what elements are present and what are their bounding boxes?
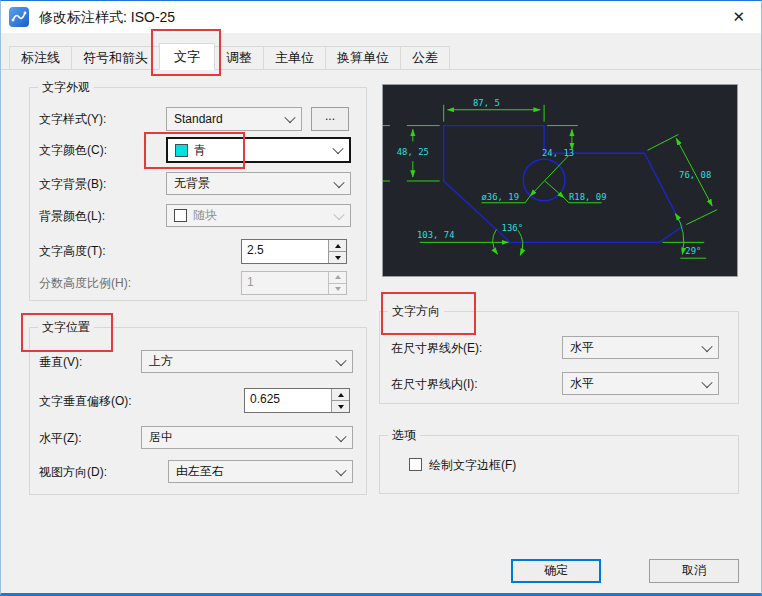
draw-frame-label: 绘制文字边框(F) xyxy=(429,453,516,477)
vertical-label: 垂直(V): xyxy=(39,350,82,374)
titlebar: 修改标注样式: ISO-25 ✕ xyxy=(1,1,761,33)
group-title: 文字位置 xyxy=(38,319,94,336)
chevron-down-icon xyxy=(335,464,346,475)
text-height-label: 文字高度(T): xyxy=(39,239,106,263)
tab-dim-lines[interactable]: 标注线 xyxy=(9,46,72,70)
chevron-down-icon xyxy=(701,340,712,351)
spinner-down-icon xyxy=(329,283,346,295)
fraction-scale-label: 分数高度比例(H): xyxy=(39,271,131,295)
spinner-up-icon[interactable] xyxy=(329,240,346,251)
draw-frame-checkbox[interactable] xyxy=(409,458,422,471)
window-title: 修改标注样式: ISO-25 xyxy=(39,1,175,33)
dim-label-left: 48, 25 xyxy=(397,147,429,157)
offset-input[interactable]: 0.625 xyxy=(244,388,350,413)
cyan-color-swatch xyxy=(175,144,188,157)
tab-fit[interactable]: 调整 xyxy=(214,46,264,70)
view-direction-select[interactable]: 由左至右 xyxy=(168,460,353,483)
text-fill-label: 文字背景(B): xyxy=(39,172,106,196)
vertical-select[interactable]: 上方 xyxy=(141,350,353,373)
tab-alt-units[interactable]: 换算单位 xyxy=(325,46,401,70)
group-title: 文字外观 xyxy=(38,79,94,96)
spinner-down-icon[interactable] xyxy=(332,400,349,412)
offset-label: 文字垂直偏移(O): xyxy=(39,389,132,413)
cad-preview-drawing: 87, 5 48, 25 24, 13 76, 08 ø36, 19 xyxy=(383,85,737,276)
chevron-down-icon xyxy=(701,376,712,387)
more-styles-button[interactable]: ... xyxy=(311,107,349,131)
horizontal-label: 水平(Z): xyxy=(39,426,82,450)
app-icon xyxy=(9,7,29,27)
ok-button[interactable]: 确定 xyxy=(511,559,601,583)
chevron-down-icon xyxy=(333,208,344,219)
text-fill-select[interactable]: 无背景 xyxy=(166,172,351,195)
outside-ext-select[interactable]: 水平 xyxy=(562,336,719,359)
tab-primary-units[interactable]: 主单位 xyxy=(263,46,326,70)
group-title: 选项 xyxy=(388,427,420,444)
close-icon[interactable]: ✕ xyxy=(732,1,745,33)
spinner-down-icon[interactable] xyxy=(329,251,346,263)
spinner-up-icon[interactable] xyxy=(332,389,349,400)
tab-tolerances[interactable]: 公差 xyxy=(400,46,450,70)
byblock-color-swatch xyxy=(174,209,187,222)
dim-label-top: 87, 5 xyxy=(473,98,500,108)
dimension-preview-panel: 87, 5 48, 25 24, 13 76, 08 ø36, 19 xyxy=(382,84,738,277)
fill-color-select[interactable]: 随块 xyxy=(166,204,351,227)
outside-ext-label: 在尺寸界线外(E): xyxy=(391,336,482,360)
chevron-down-icon xyxy=(284,112,295,123)
cancel-button[interactable]: 取消 xyxy=(649,559,739,583)
dim-label-angle-left: 136° xyxy=(502,223,524,233)
text-style-label: 文字样式(Y): xyxy=(39,107,106,131)
group-title: 文字方向 xyxy=(388,303,444,320)
dim-label-step: 24, 13 xyxy=(542,148,574,158)
chevron-down-icon xyxy=(332,143,343,154)
view-direction-label: 视图方向(D): xyxy=(39,460,107,484)
text-color-select[interactable]: 青 xyxy=(166,137,351,163)
horizontal-select[interactable]: 居中 xyxy=(141,426,353,449)
fill-color-label: 背景颜色(L): xyxy=(39,204,105,228)
spinner-up-icon xyxy=(329,272,346,283)
dim-label-bottom-left: 103, 74 xyxy=(417,230,455,240)
dim-label-angle-right: 29° xyxy=(685,246,701,256)
text-style-select[interactable]: Standard xyxy=(166,107,302,131)
text-color-label: 文字颜色(C): xyxy=(39,138,107,162)
dim-label-radius: R18, 09 xyxy=(569,192,607,202)
tab-text[interactable]: 文字 xyxy=(159,43,215,70)
text-height-input[interactable]: 2.5 xyxy=(241,239,347,264)
dialog-modify-dim-style: 修改标注样式: ISO-25 ✕ 标注线 符号和箭头 文字 调整 主单位 换算单… xyxy=(0,0,762,596)
inside-ext-label: 在尺寸界线内(I): xyxy=(391,372,478,396)
dim-label-diameter: ø36, 19 xyxy=(481,192,519,202)
tab-symbols-arrows[interactable]: 符号和箭头 xyxy=(71,46,160,70)
chevron-down-icon xyxy=(335,430,346,441)
dim-label-right: 76, 08 xyxy=(679,170,711,180)
fraction-scale-input: 1 xyxy=(241,271,347,295)
chevron-down-icon xyxy=(335,354,346,365)
inside-ext-select[interactable]: 水平 xyxy=(562,372,719,395)
tab-bar: 标注线 符号和箭头 文字 调整 主单位 换算单位 公差 xyxy=(9,46,449,70)
chevron-down-icon xyxy=(333,176,344,187)
